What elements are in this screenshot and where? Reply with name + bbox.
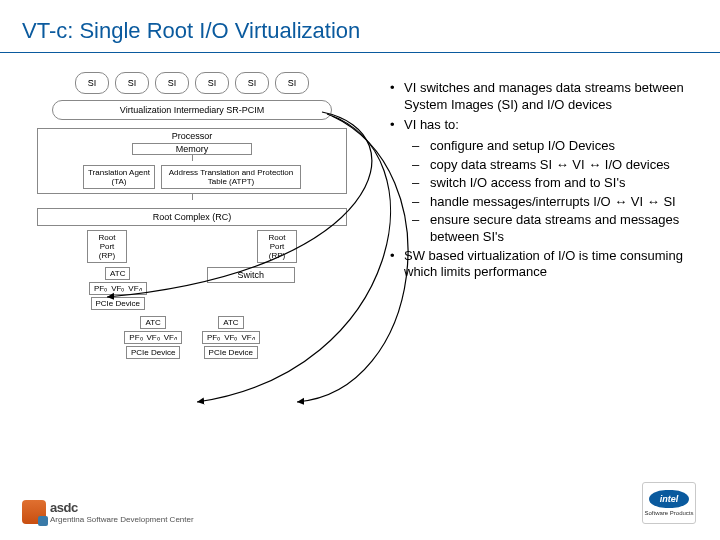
asdc-name: asdc [50, 500, 194, 515]
switch-box: Switch [207, 267, 296, 283]
pcie-device-leaf: ATC PF₀ VF₀ VFₙ PCIe Device [89, 267, 147, 310]
dash-icon: – [412, 138, 430, 155]
sub-bullet-item: switch I/O access from and to SI's [430, 175, 625, 192]
pcie-device-leaf: ATC PF₀ VF₀ VFₙ PCIe Device [202, 316, 260, 359]
bullet-item: SW based virtualization of I/O is time c… [404, 248, 713, 281]
pcie-device-label: PCIe Device [204, 346, 258, 359]
slide-title: VT-c: Single Root I/O Virtualization [22, 18, 360, 44]
vf-label: VFₙ [241, 333, 254, 342]
si-box: SI [275, 72, 309, 94]
sub-bullet-item: configure and setup I/O Devices [430, 138, 615, 155]
pcie-device-label: PCIe Device [126, 346, 180, 359]
atc-box: ATC [218, 316, 243, 329]
dash-icon: – [412, 157, 430, 174]
atc-box: ATC [105, 267, 130, 280]
bullet-icon: • [388, 248, 404, 281]
memory-box: Memory [132, 143, 252, 155]
pcie-device-leaf: ATC PF₀ VF₀ VFₙ PCIe Device [124, 316, 182, 359]
vf-label: VFₙ [164, 333, 177, 342]
si-row: SI SI SI SI SI SI [22, 72, 362, 94]
intel-mark-icon: intel [649, 490, 689, 508]
pcie-device-label: PCIe Device [91, 297, 145, 310]
sub-bullet-item: ensure secure data streams and messages … [430, 212, 713, 245]
title-underline [0, 52, 720, 53]
asdc-subtitle: Argentina Software Development Center [50, 515, 194, 524]
atpt-box: Address Translation and Protection Table… [161, 165, 301, 189]
intel-logo: intel Software Products [642, 482, 696, 524]
root-port-box: Root Port (RP) [87, 230, 127, 263]
si-box: SI [75, 72, 109, 94]
pf-label: PF₀ [94, 284, 107, 293]
asdc-logo: asdc Argentina Software Development Cent… [22, 500, 194, 524]
bullet-text: •VI switches and manages data streams be… [388, 80, 713, 285]
processor-label: Processor [42, 131, 342, 141]
processor-box: Processor Memory Translation Agent (TA) … [37, 128, 347, 194]
root-port-row: Root Port (RP) Root Port (RP) [22, 230, 362, 263]
vf-label: VF₀ [224, 333, 237, 342]
ta-box: Translation Agent (TA) [83, 165, 155, 189]
bullet-icon: • [388, 117, 404, 134]
root-port-box: Root Port (RP) [257, 230, 297, 263]
vf-label: VFₙ [128, 284, 141, 293]
sriov-diagram: SI SI SI SI SI SI Virtualization Interme… [22, 72, 362, 472]
asdc-mark-icon [22, 500, 46, 524]
dash-icon: – [412, 194, 430, 211]
intel-subtitle: Software Products [644, 510, 693, 516]
bullet-item: VI has to: [404, 117, 459, 134]
vf-label: VF₀ [147, 333, 160, 342]
dash-icon: – [412, 212, 430, 245]
bullet-icon: • [388, 80, 404, 113]
sub-bullet-item: handle messages/interrupts I/O ↔ VI ↔ SI [430, 194, 676, 211]
root-complex-box: Root Complex (RC) [37, 208, 347, 226]
si-box: SI [155, 72, 189, 94]
si-box: SI [235, 72, 269, 94]
sub-bullet-item: copy data streams SI ↔ VI ↔ I/O devices [430, 157, 670, 174]
vf-label: VF₀ [111, 284, 124, 293]
pf-label: PF₀ [129, 333, 142, 342]
si-box: SI [195, 72, 229, 94]
atc-box: ATC [140, 316, 165, 329]
si-box: SI [115, 72, 149, 94]
dash-icon: – [412, 175, 430, 192]
vi-box: Virtualization Intermediary SR-PCIM [52, 100, 332, 120]
bullet-item: VI switches and manages data streams bet… [404, 80, 713, 113]
pf-label: PF₀ [207, 333, 220, 342]
